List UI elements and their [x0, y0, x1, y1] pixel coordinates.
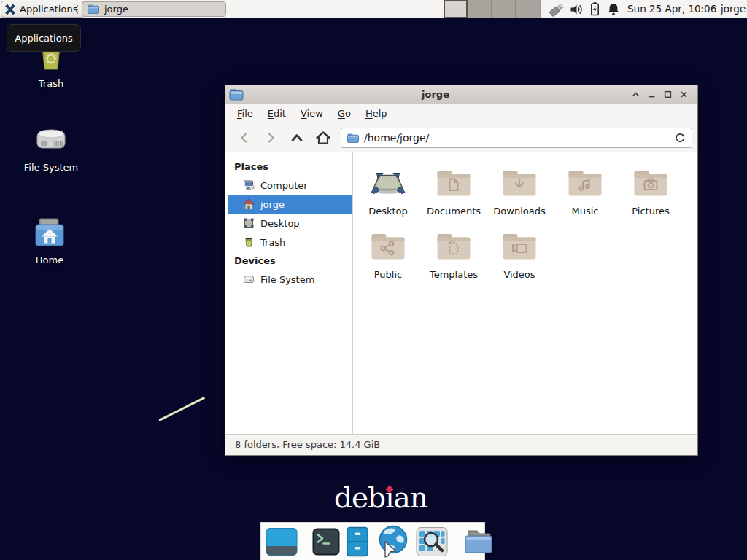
folder-item-desktop[interactable]: Desktop: [355, 166, 421, 217]
terminal-launcher[interactable]: [312, 528, 340, 556]
home-button[interactable]: [311, 127, 335, 149]
sidebar-item-trash[interactable]: Trash: [225, 233, 352, 252]
path-bar-input[interactable]: /home/jorge/: [341, 128, 692, 148]
places-header: Places: [225, 158, 352, 176]
top-panel: Applications jorge Sun 25 Apr, 10:06 jor…: [0, 0, 747, 18]
videos-folder-icon: [502, 229, 537, 264]
sidebar-item-label: Desktop: [260, 218, 300, 229]
folder-item-templates[interactable]: Templates: [421, 229, 487, 280]
reload-icon[interactable]: [674, 132, 686, 144]
toolbar: /home/jorge/: [225, 123, 697, 152]
folder-label: Music: [572, 206, 599, 217]
file-icon-view: Desktop Documents: [353, 152, 697, 434]
battery-icon[interactable]: [589, 0, 600, 18]
web-browser-launcher[interactable]: [375, 524, 410, 559]
maximize-button[interactable]: [659, 86, 676, 104]
app-finder-launcher[interactable]: [416, 526, 448, 558]
folder-item-videos[interactable]: Videos: [487, 229, 552, 280]
sidebar-item-label: Trash: [260, 237, 285, 248]
menu-view[interactable]: View: [293, 104, 330, 123]
applications-menu-button[interactable]: Applications: [1, 1, 85, 18]
workspace-1[interactable]: [444, 0, 468, 18]
close-button[interactable]: [676, 86, 692, 104]
folder-label: Public: [374, 269, 402, 280]
home-icon: [243, 198, 255, 210]
desktop-icon: [243, 217, 255, 229]
sidebar-item-desktop[interactable]: Desktop: [225, 214, 352, 233]
downloads-folder-icon: [502, 166, 537, 201]
menu-help[interactable]: Help: [358, 104, 395, 123]
directory-menu-button[interactable]: [462, 528, 495, 556]
back-button[interactable]: [233, 127, 256, 149]
folder-icon: [88, 4, 99, 14]
music-folder-icon: [568, 166, 603, 201]
templates-folder-icon: [436, 229, 471, 264]
applications-tooltip: Applications: [7, 24, 81, 52]
sidebar-item-file-system[interactable]: File System: [225, 270, 352, 289]
folder-item-documents[interactable]: Documents: [421, 166, 487, 217]
folder-label: Desktop: [368, 206, 408, 217]
sidebar-item-computer[interactable]: Computer: [225, 176, 352, 195]
desktop-icon-home[interactable]: Home: [12, 216, 88, 265]
xfce-logo-icon: [4, 4, 16, 15]
status-bar: 8 folders, Free space: 14.4 GiB: [225, 434, 697, 455]
sidebar-item-label: Computer: [260, 180, 308, 191]
workspace-2[interactable]: [468, 0, 492, 18]
menubar: File Edit View Go Help: [225, 104, 697, 123]
desktop-icon-label: Home: [36, 254, 63, 265]
notifications-bell-icon[interactable]: [607, 0, 620, 18]
workspace-4[interactable]: [516, 0, 540, 18]
launcher-dock: [260, 522, 485, 560]
wallpaper-line-artifact: [158, 397, 205, 421]
panel-user-label: jorge: [721, 0, 746, 18]
minimize-button[interactable]: [643, 86, 659, 104]
taskbar-window-button[interactable]: jorge: [82, 1, 226, 17]
forward-button[interactable]: [259, 127, 282, 149]
folder-item-music[interactable]: Music: [552, 166, 618, 217]
trash-small-icon: [243, 236, 255, 248]
file-manager-launcher[interactable]: [346, 526, 369, 557]
window-titlebar[interactable]: jorge: [225, 85, 697, 104]
panel-clock[interactable]: Sun 25 Apr, 10:06: [627, 0, 716, 18]
workspace-3[interactable]: [492, 0, 516, 18]
folder-item-pictures[interactable]: Pictures: [618, 166, 684, 217]
sidebar: Places Computer jorge Desktop: [225, 152, 353, 434]
sidebar-item-jorge[interactable]: jorge: [228, 195, 352, 214]
menu-go[interactable]: Go: [330, 104, 358, 123]
public-folder-icon: [371, 229, 406, 264]
applications-menu-label: Applications: [20, 4, 77, 15]
up-button[interactable]: [285, 127, 309, 149]
path-text: /home/jorge/: [364, 132, 669, 144]
home-folder-icon: [31, 216, 69, 251]
shade-button[interactable]: [627, 86, 643, 104]
folder-item-public[interactable]: Public: [355, 229, 421, 280]
menu-file[interactable]: File: [230, 104, 260, 123]
workspace-pager: [444, 0, 541, 18]
desktop-icon-file-system[interactable]: File System: [13, 120, 89, 173]
documents-folder-icon: [436, 166, 471, 201]
pictures-folder-icon: [633, 166, 668, 201]
window-folder-icon: [229, 88, 244, 101]
sidebar-item-label: jorge: [260, 199, 285, 210]
window-content: Places Computer jorge Desktop: [225, 152, 697, 434]
computer-icon: [243, 179, 255, 191]
drive-icon: [243, 273, 255, 285]
tooltip-text: Applications: [15, 33, 72, 44]
removable-media-icon[interactable]: [548, 0, 568, 18]
show-desktop-button[interactable]: [266, 527, 298, 556]
desktop-icon-label: File System: [24, 162, 78, 173]
file-manager-window: jorge File Edit View Go Help /home/jorge…: [225, 85, 698, 456]
desktop-desk-icon: [371, 166, 406, 201]
menu-edit[interactable]: Edit: [260, 104, 293, 123]
volume-icon[interactable]: [570, 0, 584, 18]
devices-header: Devices: [225, 252, 352, 270]
taskbar-window-label: jorge: [104, 4, 128, 15]
window-title: jorge: [244, 89, 627, 100]
folder-label: Templates: [430, 269, 478, 280]
sidebar-item-label: File System: [260, 274, 314, 285]
folder-item-downloads[interactable]: Downloads: [487, 166, 552, 217]
hard-drive-icon: [32, 120, 70, 158]
status-text: 8 folders, Free space: 14.4 GiB: [235, 439, 380, 450]
folder-label: Pictures: [632, 206, 669, 217]
folder-label: Downloads: [493, 206, 545, 217]
